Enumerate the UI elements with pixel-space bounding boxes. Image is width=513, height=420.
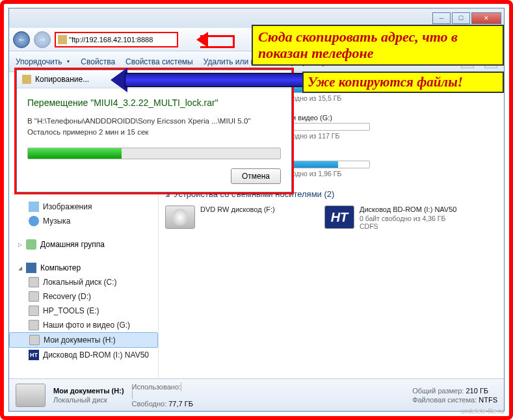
sidebar-label: Наши фото и видео (G:) <box>43 321 130 330</box>
sidebar-item-images[interactable]: Изображения <box>9 200 158 214</box>
system-properties-button[interactable]: Свойства системы <box>125 57 193 66</box>
status-drive-icon <box>16 384 46 407</box>
drive-free-text: 0 байт свободно из 4,36 ГБ <box>360 215 477 222</box>
status-drive-name: Мои документы (H:) <box>53 387 124 395</box>
drive-fs: CDFS <box>360 222 477 230</box>
sidebar-item-drive-e[interactable]: HP_TOOLS (E:) <box>9 304 158 318</box>
drive-icon <box>29 291 39 302</box>
statusbar: Мои документы (H:) Локальный диск Исполь… <box>9 378 504 411</box>
sidebar-label: Мои документы (H:) <box>44 335 116 345</box>
sidebar-label: Компьютер <box>40 263 81 272</box>
drive-name: DVD RW дисковод (F:) <box>200 205 318 213</box>
copy-icon <box>22 75 31 84</box>
annotation-copying: Уже копируются файлы! <box>302 72 504 93</box>
sidebar-item-drive-i[interactable]: HTДисковод BD-ROM (I:) NAV50 <box>9 348 158 362</box>
sidebar-item-drive-c[interactable]: Локальный диск (C:) <box>9 275 158 289</box>
cancel-button[interactable]: Отмена <box>231 168 281 184</box>
drive-dvd[interactable]: DVD RW дисковод (F:) <box>165 205 318 230</box>
sidebar-item-music[interactable]: Музыка <box>9 214 158 228</box>
music-icon <box>29 216 39 226</box>
drive-icon <box>29 277 39 287</box>
properties-button[interactable]: Свойства <box>81 57 115 66</box>
sidebar-label: Домашняя группа <box>40 240 105 249</box>
back-button[interactable]: ← <box>13 31 30 48</box>
status-used-label: Использовано: <box>132 383 181 391</box>
drive-icon <box>29 335 40 345</box>
sidebar-label: Дисковод BD-ROM (I:) NAV50 <box>43 350 149 360</box>
annotation-arrow-red <box>189 32 234 47</box>
maximize-button[interactable]: ☐ <box>452 12 470 24</box>
folder-icon <box>58 35 67 44</box>
organize-menu[interactable]: Упорядочить <box>16 57 70 66</box>
sidebar-label: HP_TOOLS (E:) <box>43 306 99 315</box>
status-total-value: 210 ГБ <box>466 387 488 395</box>
drive-icon <box>29 306 39 316</box>
sidebar-label: Recovery (D:) <box>43 292 91 301</box>
address-bar[interactable] <box>55 32 178 47</box>
computer-icon <box>26 263 36 273</box>
watermark: undelete-file.ru <box>461 408 504 415</box>
address-input[interactable] <box>69 36 175 44</box>
sidebar-homegroup[interactable]: ▷Домашняя группа <box>9 237 158 252</box>
sidebar-label: Музыка <box>43 217 70 226</box>
dvd-icon <box>165 205 195 229</box>
forward-button[interactable]: → <box>34 31 51 48</box>
progress-bar <box>27 148 281 159</box>
status-drive-type: Локальный диск <box>53 396 124 404</box>
nav-icon <box>324 205 354 229</box>
close-button[interactable]: ✕ <box>471 12 501 24</box>
status-fs-label: Файловая система: <box>412 396 477 404</box>
drive-name: Дисковод BD-ROM (I:) NAV50 <box>360 205 477 213</box>
dialog-title-text: Копирование... <box>35 75 89 84</box>
status-fs-value: NTFS <box>479 396 497 404</box>
sidebar-computer[interactable]: ◢Компьютер <box>9 261 158 275</box>
status-total-label: Общий размер: <box>412 387 464 395</box>
sidebar-label: Изображения <box>43 202 92 211</box>
minimize-button[interactable]: ─ <box>432 12 451 24</box>
sidebar-item-drive-h[interactable]: Мои документы (H:) <box>9 332 158 348</box>
sidebar-label: Локальный диск (C:) <box>43 278 117 287</box>
annotation-address: Сюда скопировать адрес, что в показан те… <box>252 25 504 66</box>
status-free-value: 77,7 ГБ <box>168 400 193 408</box>
homegroup-icon <box>26 239 36 250</box>
status-free-label: Свободно: <box>132 400 167 408</box>
images-icon <box>29 202 39 212</box>
drive-icon <box>29 320 39 330</box>
annotation-arrow-blue <box>111 70 306 90</box>
dialog-heading: Перемещение "MIUI4_3.2.22_MULTI_lock.rar… <box>27 98 281 108</box>
drive-nav[interactable]: Дисковод BD-ROM (I:) NAV50 0 байт свобод… <box>324 205 477 230</box>
dialog-dest: В "H:\Телефоны\ANDDDROIDD\Sony Ericsson … <box>27 116 281 127</box>
nav-drive-icon: HT <box>29 350 39 360</box>
dialog-eta: Осталось примерно 2 мин и 15 сек <box>27 127 281 138</box>
sidebar-item-drive-d[interactable]: Recovery (D:) <box>9 289 158 304</box>
sidebar-item-drive-g[interactable]: Наши фото и видео (G:) <box>9 318 158 332</box>
